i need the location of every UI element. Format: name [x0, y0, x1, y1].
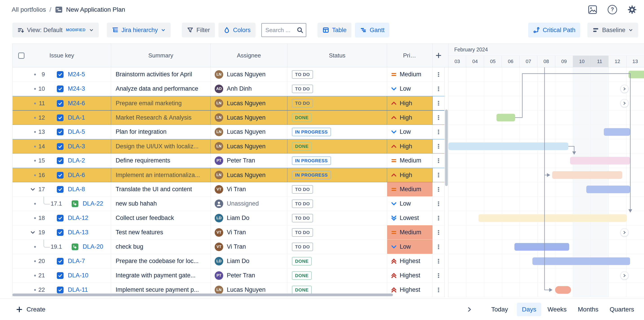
row-checkbox[interactable]	[57, 272, 64, 279]
row-checkbox[interactable]	[57, 143, 64, 150]
issue-key-link[interactable]: DLA-10	[68, 272, 88, 279]
table-row[interactable]: 20DLA-7Prepare the codebase for loc...LD…	[12, 254, 444, 268]
row-checkbox[interactable]	[57, 287, 64, 293]
row-checkbox[interactable]	[57, 186, 64, 193]
row-more-actions-button[interactable]	[434, 228, 443, 237]
search-input[interactable]	[261, 23, 306, 37]
table-row[interactable]: 16DLA-6Implement an internationaliza...L…	[12, 168, 444, 182]
row-more-actions-button[interactable]	[434, 113, 443, 122]
help-button[interactable]: ?	[606, 3, 618, 16]
gantt-bar[interactable]	[496, 114, 515, 121]
row-more-actions-button[interactable]	[434, 156, 443, 165]
table-row[interactable]: 21DLA-10Integrate with payment gate...PT…	[12, 268, 444, 283]
row-checkbox[interactable]	[57, 85, 64, 92]
gantt-view-button[interactable]: Gantt	[355, 23, 389, 37]
issue-key-link[interactable]: DLA-2	[68, 157, 85, 164]
table-row[interactable]: 10M24-3Analyze data and performanceADAnh…	[12, 82, 444, 96]
table-row[interactable]: 17DLA-8Translate the UI and contentVTVi …	[12, 182, 444, 197]
table-row[interactable]: 17.1DLA-22new sub hahahUnassignedTO DOLo…	[12, 197, 444, 211]
table-row[interactable]: 13DLA-5Plan for integrationLNLucas Nguye…	[12, 125, 444, 139]
issue-key-link[interactable]: DLA-13	[68, 229, 88, 236]
row-more-actions-button[interactable]	[434, 286, 443, 295]
scroll-to-bar-button[interactable]	[620, 228, 628, 237]
expand-panel-button[interactable]	[464, 305, 474, 315]
colors-button[interactable]: Colors	[218, 23, 256, 37]
view-selector-button[interactable]: View: Default MODIFIED	[12, 23, 99, 37]
gantt-bar[interactable]	[586, 186, 630, 193]
column-header-issue-key[interactable]: Issue key	[12, 44, 111, 67]
gantt-bar[interactable]	[628, 71, 644, 78]
issue-key-link[interactable]: M24-3	[68, 85, 85, 92]
issue-key-link[interactable]: DLA-6	[68, 172, 85, 179]
table-row[interactable]: 14DLA-3Design the UI/UX with localiz...L…	[12, 139, 444, 153]
row-checkbox[interactable]	[57, 114, 64, 121]
issue-key-link[interactable]: DLA-7	[68, 258, 85, 265]
issue-key-link[interactable]: DLA-5	[68, 128, 85, 135]
table-row[interactable]: 19DLA-13Test new featuresVTVi TranTO DOM…	[12, 225, 444, 240]
table-row[interactable]: 18DLA-12Collect user feedbackLDLiam DoTO…	[12, 211, 444, 225]
add-column-button[interactable]	[435, 52, 442, 59]
row-more-actions-button[interactable]	[434, 214, 443, 223]
row-more-actions-button[interactable]	[434, 127, 443, 136]
column-header-summary[interactable]: Summary	[111, 44, 210, 67]
table-view-button[interactable]: Table	[318, 23, 352, 37]
critical-path-button[interactable]: Critical Path	[528, 23, 580, 37]
row-checkbox[interactable]	[57, 157, 64, 164]
zoom-days-button[interactable]: Days	[517, 303, 541, 316]
issue-key-link[interactable]: M24-6	[68, 100, 85, 107]
gantt-bar[interactable]	[532, 257, 630, 265]
zoom-weeks-button[interactable]: Weeks	[542, 303, 572, 316]
row-checkbox[interactable]	[57, 71, 64, 78]
table-row[interactable]: 9M24-5Brainstorm activities for AprilLNL…	[12, 67, 444, 82]
gantt-bar[interactable]	[448, 142, 568, 150]
column-header-assignee[interactable]: Assignee	[210, 44, 288, 67]
row-checkbox[interactable]	[57, 129, 64, 135]
issue-key-link[interactable]: DLA-1	[68, 114, 85, 121]
baseline-button[interactable]: Baseline	[588, 23, 638, 37]
row-more-actions-button[interactable]	[434, 257, 443, 266]
hierarchy-selector-button[interactable]: Jira hierarchy	[107, 23, 171, 37]
row-checkbox[interactable]	[57, 100, 64, 107]
row-more-actions-button[interactable]	[434, 199, 443, 208]
zoom-months-button[interactable]: Months	[573, 303, 603, 316]
gantt-bar[interactable]	[478, 214, 627, 222]
issue-key-link[interactable]: DLA-3	[68, 143, 85, 150]
row-checkbox[interactable]	[57, 229, 64, 236]
issue-key-link[interactable]: DLA-22	[83, 200, 103, 207]
scroll-to-bar-button[interactable]	[620, 85, 628, 93]
row-more-actions-button[interactable]	[434, 99, 443, 108]
zoom-quarters-button[interactable]: Quarters	[605, 303, 639, 316]
export-image-button[interactable]	[586, 3, 599, 16]
row-checkbox[interactable]	[57, 215, 64, 222]
create-button[interactable]: Create	[14, 306, 47, 313]
gantt-bar[interactable]	[552, 171, 622, 179]
row-more-actions-button[interactable]	[434, 84, 443, 93]
horizontal-scrollbar[interactable]	[12, 294, 444, 297]
breadcrumb-all-portfolios[interactable]: All portfolios	[12, 6, 46, 13]
column-header-status[interactable]: Status	[288, 44, 387, 67]
row-checkbox[interactable]	[57, 258, 64, 265]
table-row[interactable]: 11M24-6Prepare email marketingLNLucas Ng…	[12, 96, 444, 110]
gantt-bar[interactable]	[555, 286, 571, 294]
row-more-actions-button[interactable]	[434, 70, 443, 79]
scroll-to-bar-button[interactable]	[620, 99, 628, 107]
vertical-scrollbar-thumb[interactable]	[445, 109, 448, 186]
gantt-bar[interactable]	[514, 243, 569, 251]
filter-button[interactable]: Filter	[182, 23, 215, 37]
issue-key-link[interactable]: M24-5	[68, 71, 85, 78]
row-more-actions-button[interactable]	[434, 171, 443, 180]
horizontal-scrollbar-thumb[interactable]	[12, 294, 393, 296]
vertical-scrollbar[interactable]	[444, 67, 448, 297]
row-more-actions-button[interactable]	[434, 142, 443, 151]
row-more-actions-button[interactable]	[434, 185, 443, 194]
select-all-checkbox[interactable]	[18, 52, 24, 59]
row-checkbox[interactable]	[57, 172, 64, 179]
table-row[interactable]: 12DLA-1Market Research & AnalysisLNLucas…	[12, 110, 444, 125]
gantt-bar[interactable]	[570, 157, 630, 164]
issue-key-link[interactable]: DLA-20	[83, 243, 103, 250]
gantt-bar[interactable]	[604, 128, 630, 136]
settings-button[interactable]	[626, 3, 638, 16]
issue-key-link[interactable]: DLA-11	[68, 286, 88, 293]
table-row[interactable]: 15DLA-2Define requirementsPTPeter TranIN…	[12, 153, 444, 168]
column-header-priority[interactable]: Priority	[387, 44, 433, 67]
